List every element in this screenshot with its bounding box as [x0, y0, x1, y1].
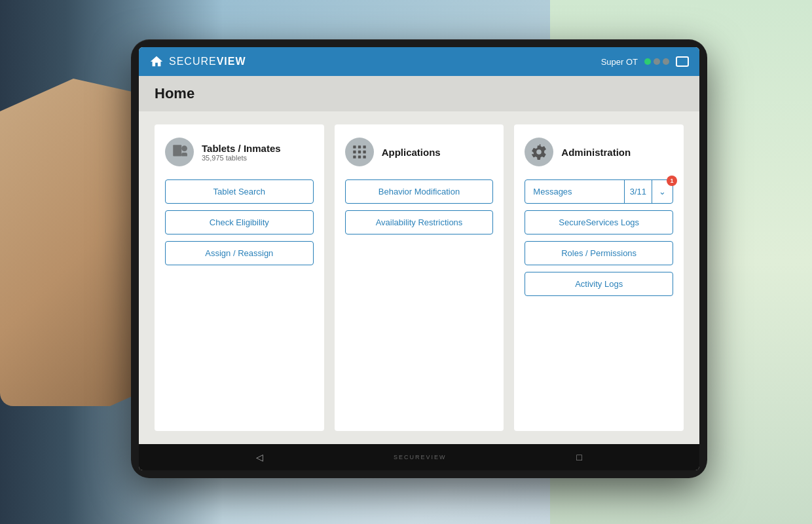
- messages-count: 3/11: [624, 180, 652, 203]
- applications-card-title: Applications: [382, 147, 441, 158]
- tablets-icon-circle: [165, 138, 194, 166]
- tablets-card-buttons: Tablet Search Check Eligibility Assign /…: [165, 179, 314, 265]
- svg-rect-6: [358, 151, 361, 153]
- applications-card-header: Applications: [345, 138, 494, 166]
- tablets-inmates-icon: [171, 143, 188, 160]
- administration-card: Administration Messages 3/11 ⌄ 1: [514, 124, 684, 431]
- assign-reassign-button[interactable]: Assign / Reassign: [165, 241, 314, 265]
- tablets-card-header: Tablets / Inmates 35,975 tablets: [165, 138, 314, 166]
- availability-restrictions-button[interactable]: Availability Restrictions: [345, 210, 494, 234]
- tablet-search-button[interactable]: Tablet Search: [165, 179, 314, 204]
- tablets-card-subtitle: 35,975 tablets: [202, 154, 281, 162]
- status-dots: [644, 58, 669, 65]
- applications-card-buttons: Behavior Modification Availability Restr…: [345, 179, 494, 234]
- administration-icon-circle: [525, 138, 553, 166]
- messages-container: Messages 3/11 ⌄ 1: [525, 179, 673, 204]
- roles-permissions-button[interactable]: Roles / Permissions: [525, 241, 673, 265]
- svg-rect-7: [363, 151, 365, 153]
- tablets-title-group: Tablets / Inmates 35,975 tablets: [202, 143, 281, 162]
- administration-title-group: Administration: [561, 147, 631, 158]
- svg-rect-10: [363, 155, 365, 158]
- administration-card-header: Administration: [525, 138, 673, 166]
- applications-icon: [351, 143, 368, 160]
- dot-green: [644, 58, 651, 65]
- scene: SECURE VIEW Super OT Home: [0, 0, 812, 524]
- page-header: Home: [139, 76, 699, 111]
- navigation-bar: SECURE VIEW Super OT: [139, 47, 699, 76]
- messages-row[interactable]: Messages 3/11 ⌄: [525, 179, 673, 204]
- notification-badge: 1: [667, 176, 677, 186]
- tablet-device: SECURE VIEW Super OT Home: [131, 39, 707, 478]
- username-label: Super OT: [601, 57, 638, 67]
- brand-secure-text: SECURE: [169, 56, 217, 67]
- tablet-nav-icon[interactable]: [676, 56, 689, 67]
- applications-card: Applications Behavior Modification Avail…: [335, 124, 504, 431]
- check-eligibility-button[interactable]: Check Eligibility: [165, 210, 314, 234]
- svg-rect-3: [358, 145, 361, 148]
- nav-right: Super OT: [601, 56, 689, 67]
- applications-icon-circle: [345, 138, 374, 166]
- svg-point-1: [181, 145, 187, 151]
- nav-left: SECURE VIEW: [149, 54, 246, 69]
- tablets-inmates-card: Tablets / Inmates 35,975 tablets Tablet …: [155, 124, 324, 431]
- administration-card-title: Administration: [561, 147, 631, 158]
- tablet-bottom-bar: ◁ SECUREVIEW □: [139, 444, 699, 470]
- brand-view-text: VIEW: [217, 56, 246, 67]
- svg-rect-9: [358, 155, 361, 158]
- home-icon[interactable]: [149, 54, 164, 69]
- messages-label: Messages: [525, 180, 623, 203]
- dot-gray1: [654, 58, 660, 65]
- svg-rect-0: [173, 145, 181, 156]
- administration-card-buttons: Messages 3/11 ⌄ 1 SecureServices Logs Ro…: [525, 179, 673, 296]
- svg-rect-2: [353, 145, 356, 148]
- svg-rect-4: [363, 145, 365, 148]
- administration-gear-icon: [530, 143, 547, 160]
- content-area: Tablets / Inmates 35,975 tablets Tablet …: [139, 111, 699, 444]
- activity-logs-button[interactable]: Activity Logs: [525, 272, 673, 296]
- behavior-modification-button[interactable]: Behavior Modification: [345, 179, 494, 204]
- back-button[interactable]: ◁: [256, 452, 263, 462]
- brand-logo: SECURE VIEW: [169, 56, 246, 67]
- page-title: Home: [155, 85, 194, 102]
- home-square-button[interactable]: □: [576, 452, 581, 462]
- svg-rect-8: [353, 155, 356, 158]
- bottom-brand-text: SECUREVIEW: [394, 454, 447, 460]
- secureservices-logs-button[interactable]: SecureServices Logs: [525, 210, 673, 234]
- applications-title-group: Applications: [382, 147, 441, 158]
- tablet-screen: SECURE VIEW Super OT Home: [139, 47, 699, 470]
- svg-rect-5: [353, 151, 356, 153]
- tablets-card-title: Tablets / Inmates: [202, 143, 281, 154]
- dot-gray2: [663, 58, 669, 65]
